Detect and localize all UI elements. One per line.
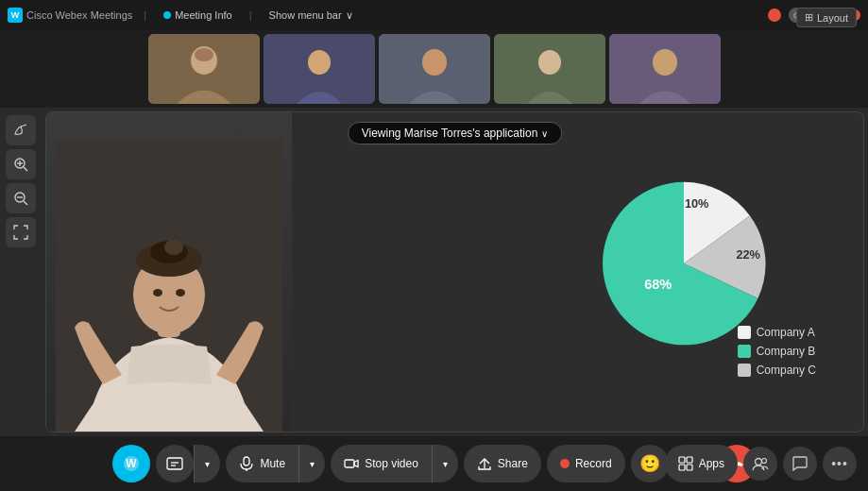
- emoji-btn[interactable]: 🙂: [631, 445, 669, 483]
- svg-point-4: [308, 50, 331, 75]
- svg-rect-35: [345, 460, 354, 467]
- microphone-icon: [239, 456, 254, 471]
- svg-rect-33: [244, 457, 249, 466]
- viewing-banner[interactable]: Viewing Marise Torres's application ∨: [348, 122, 563, 144]
- percent-label-a: 10%: [685, 196, 708, 211]
- legend-color-a: [738, 326, 751, 339]
- legend-item-a: Company A: [738, 326, 816, 339]
- left-toolbar: [0, 108, 42, 436]
- video-caret[interactable]: ▾: [432, 445, 458, 483]
- legend-item-c: Company C: [738, 364, 816, 377]
- participants-icon: [752, 455, 769, 472]
- more-options-btn[interactable]: •••: [823, 447, 857, 481]
- legend-label-c: Company C: [757, 364, 816, 377]
- svg-point-27: [176, 289, 185, 296]
- more-options-icon: •••: [831, 456, 848, 471]
- presenter-figure: [56, 139, 282, 432]
- participant-thumb[interactable]: [494, 34, 605, 104]
- svg-point-41: [756, 459, 762, 466]
- activities-group: ▾: [156, 445, 220, 483]
- share-btn[interactable]: Share: [464, 445, 541, 483]
- svg-rect-40: [687, 465, 692, 470]
- participant-strip: ⊞ Layout: [0, 30, 868, 108]
- svg-rect-37: [679, 457, 685, 463]
- chevron-down-icon: ∨: [541, 128, 548, 139]
- slide-content: Q1 - Digital Marketing Report: [46, 112, 863, 432]
- svg-point-25: [164, 240, 183, 255]
- right-controls: Apps •••: [665, 445, 857, 483]
- svg-point-26: [153, 289, 162, 296]
- chat-btn[interactable]: [783, 447, 817, 481]
- record-label: Record: [575, 457, 612, 470]
- video-icon: [344, 456, 359, 471]
- mute-label: Mute: [260, 457, 285, 470]
- webex-logo-icon: W: [8, 8, 23, 23]
- record-indicator: [768, 8, 781, 22]
- svg-text:W: W: [127, 457, 138, 470]
- svg-point-6: [422, 49, 447, 76]
- share-label: Share: [498, 457, 528, 470]
- apps-label: Apps: [699, 457, 724, 470]
- annotation-icon[interactable]: [6, 115, 36, 145]
- svg-point-2: [195, 48, 213, 61]
- video-group: Stop video ▾: [331, 445, 458, 483]
- participant-thumb[interactable]: [609, 34, 721, 104]
- pie-chart-container: 10% 22% 68% Company A Company B: [533, 141, 835, 386]
- activities-icon: [166, 455, 183, 472]
- participant-thumb[interactable]: [148, 34, 260, 104]
- percent-label-b: 68%: [644, 277, 672, 292]
- dot-icon: [163, 11, 171, 19]
- zoom-in-icon[interactable]: [6, 149, 36, 179]
- layout-btn[interactable]: ⊞ Layout: [796, 8, 857, 27]
- fit-screen-icon[interactable]: [6, 217, 36, 247]
- svg-line-13: [24, 167, 27, 171]
- meeting-info-btn[interactable]: Meeting Info: [158, 8, 238, 23]
- svg-line-11: [21, 125, 26, 127]
- svg-point-10: [653, 49, 677, 76]
- legend-item-b: Company B: [738, 345, 816, 358]
- main-area: Viewing Marise Torres's application ∨ Q1…: [0, 108, 868, 436]
- legend-color-b: [738, 345, 751, 358]
- apps-btn[interactable]: Apps: [665, 445, 738, 483]
- webex-home-btn[interactable]: W: [112, 445, 150, 483]
- title-bar: W Cisco Webex Meetings | Meeting Info | …: [0, 0, 868, 30]
- svg-line-17: [24, 201, 27, 205]
- zoom-out-icon[interactable]: [6, 183, 36, 213]
- svg-point-8: [538, 50, 561, 75]
- app-name: Cisco Webex Meetings: [26, 9, 132, 21]
- svg-rect-39: [679, 465, 685, 470]
- bottom-toolbar: W ▾ Mute ▾: [0, 436, 868, 491]
- stop-video-btn[interactable]: Stop video: [331, 445, 432, 483]
- viewing-banner-text: Viewing Marise Torres's application: [362, 127, 538, 140]
- record-dot-icon: [560, 459, 570, 468]
- app-brand: W Cisco Webex Meetings: [8, 8, 132, 23]
- chat-icon: [791, 455, 808, 472]
- percent-label-c: 22%: [736, 247, 759, 262]
- legend-color-c: [738, 364, 751, 377]
- svg-rect-38: [687, 457, 692, 463]
- record-btn[interactable]: Record: [547, 445, 625, 483]
- participant-thumb[interactable]: [264, 34, 375, 104]
- show-menu-btn[interactable]: Show menu bar ∨: [264, 8, 359, 24]
- mute-caret[interactable]: ▾: [298, 445, 325, 483]
- apps-icon: [678, 456, 693, 471]
- presenter-video: [46, 112, 292, 432]
- mute-btn[interactable]: Mute: [226, 445, 298, 483]
- pie-legend: Company A Company B Company C: [738, 326, 816, 377]
- activities-caret[interactable]: ▾: [194, 445, 220, 483]
- svg-point-42: [762, 459, 767, 464]
- presentation-area: Viewing Marise Torres's application ∨ Q1…: [45, 111, 864, 432]
- participants-btn[interactable]: [743, 447, 777, 481]
- svg-rect-30: [167, 458, 182, 469]
- presenter-bg: [46, 112, 292, 432]
- legend-label-a: Company A: [757, 326, 815, 339]
- participant-thumb[interactable]: [379, 34, 490, 104]
- legend-label-b: Company B: [757, 345, 816, 358]
- emoji-icon: 🙂: [639, 453, 660, 474]
- stop-video-label: Stop video: [365, 457, 418, 470]
- mute-group: Mute ▾: [226, 445, 325, 483]
- share-icon: [477, 456, 492, 471]
- activities-btn[interactable]: [156, 445, 194, 483]
- webex-icon: W: [122, 454, 141, 473]
